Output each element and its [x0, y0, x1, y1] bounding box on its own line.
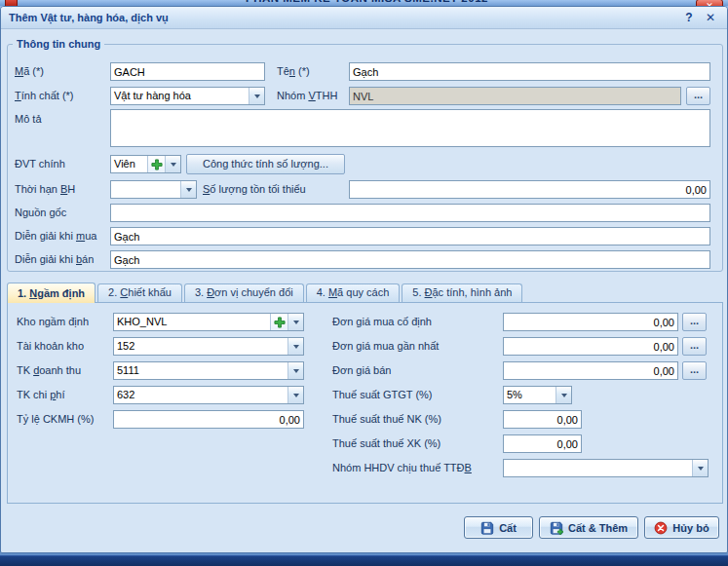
- thue-gtgt-label: Thuế suất GTGT (%): [332, 386, 433, 404]
- cancel-button[interactable]: Hủy bỏ: [644, 516, 719, 539]
- kho-ngam-dinh-value: KHO_NVL: [114, 314, 270, 330]
- thue-nk-input[interactable]: [503, 410, 582, 429]
- kho-ngam-dinh-dropdown-button[interactable]: [287, 314, 303, 330]
- thoi-han-bh-label: Thời hạn BH: [15, 180, 75, 199]
- tai-khoan-kho-label: Tài khoản kho: [17, 337, 84, 356]
- dialog-them-vat-tu: Thêm Vật tư, hàng hóa, dịch vụ ? ✕ Thông…: [0, 6, 728, 553]
- thue-gtgt-dropdown-button[interactable]: [556, 387, 571, 403]
- tk-chi-phi-dropdown-button[interactable]: [287, 387, 303, 403]
- tinh-chat-combo[interactable]: Vật tư hàng hóa: [110, 87, 265, 105]
- cancel-button-label: Hủy bỏ: [672, 522, 709, 534]
- mo-ta-label: Mô tả: [15, 110, 42, 129]
- tab-don-vi-chuyen-doi[interactable]: 3. Đơn vị chuyển đổi: [184, 283, 304, 302]
- nguon-goc-label: Nguồn gốc: [15, 204, 66, 222]
- formula-button[interactable]: Công thức tính số lượng...: [186, 154, 345, 174]
- ty-le-ckmh-input[interactable]: [113, 410, 304, 429]
- don-gia-ban-browse-button[interactable]: ...: [682, 361, 707, 380]
- close-button[interactable]: ✕: [702, 10, 719, 25]
- tinh-chat-dropdown-button[interactable]: [249, 88, 264, 104]
- ten-label: Tên (*): [277, 62, 310, 81]
- tab-ma-quy-cach[interactable]: 4. Mã quy cách: [306, 283, 401, 302]
- tk-chi-phi-combo[interactable]: 632: [113, 386, 304, 404]
- dvt-chinh-value: Viên: [111, 156, 147, 172]
- plus-icon: [151, 159, 163, 170]
- nhom-vthh-browse-button[interactable]: ...: [686, 87, 710, 105]
- mo-ta-textarea[interactable]: [110, 109, 710, 147]
- ma-label: Mã (*): [15, 62, 44, 81]
- ty-le-ckmh-label: Tỷ lệ CKMH (%): [17, 410, 94, 429]
- nhom-hhdv-ttdb-value: [504, 460, 692, 476]
- don-gia-mua-gan-nhat-label: Đơn giá mua gần nhất: [332, 337, 439, 356]
- nhom-hhdv-ttdb-dropdown-button[interactable]: [692, 460, 708, 476]
- nhom-vthh-label: Nhóm VTHH: [277, 87, 337, 105]
- save-button-label: Cất: [499, 522, 517, 534]
- chevron-down-icon: [293, 369, 299, 373]
- tai-khoan-kho-combo[interactable]: 152: [113, 337, 304, 356]
- chevron-down-icon: [698, 467, 704, 471]
- save-and-add-button[interactable]: Cất & Thêm: [539, 516, 638, 539]
- tk-doanh-thu-label: TK doanh thu: [17, 361, 81, 380]
- chevron-down-icon: [293, 394, 299, 397]
- thue-gtgt-value: 5%: [504, 387, 556, 403]
- dvt-chinh-dropdown-button[interactable]: [165, 156, 180, 172]
- chevron-down-icon: [293, 345, 299, 349]
- nhom-hhdv-ttdb-label: Nhóm HHDV chịu thuế TTĐB: [332, 459, 472, 477]
- tai-khoan-kho-dropdown-button[interactable]: [287, 338, 303, 355]
- chevron-down-icon: [171, 163, 176, 167]
- don-gia-mua-co-dinh-browse-button[interactable]: ...: [682, 313, 707, 331]
- thoi-han-bh-value: [111, 181, 180, 198]
- cancel-icon: [654, 521, 668, 535]
- save-and-add-button-label: Cất & Thêm: [568, 522, 628, 534]
- screen: PHẦN MỀM KẾ TOÁN MISA SME.NET 2012 ✕ Thê…: [0, 0, 728, 566]
- don-gia-ban-label: Đơn giá bán: [332, 361, 391, 380]
- thoi-han-bh-combo[interactable]: [110, 180, 197, 199]
- chevron-down-icon: [186, 188, 192, 192]
- thue-xk-input[interactable]: [503, 434, 582, 453]
- don-gia-mua-gan-nhat-input[interactable]: [503, 337, 678, 356]
- dialog-title: Thêm Vật tư, hàng hóa, dịch vụ: [9, 12, 676, 23]
- thue-nk-label: Thuế suất thuế NK (%): [332, 410, 441, 429]
- dialog-titlebar: Thêm Vật tư, hàng hóa, dịch vụ ? ✕: [1, 7, 727, 29]
- tai-khoan-kho-value: 152: [114, 338, 287, 355]
- dien-giai-ban-input[interactable]: [110, 250, 710, 269]
- dien-giai-ban-label: Diễn giải khi bán: [15, 250, 94, 269]
- don-gia-mua-co-dinh-label: Đơn giá mua cố định: [332, 313, 432, 331]
- tk-doanh-thu-dropdown-button[interactable]: [287, 362, 303, 379]
- parent-window-title-clipped: PHẦN MỀM KẾ TOÁN MISA SME.NET 2012: [246, 0, 488, 4]
- dvt-chinh-combo[interactable]: Viên: [110, 155, 181, 173]
- nguon-goc-input[interactable]: [110, 204, 710, 222]
- ton-toi-thieu-input[interactable]: [349, 180, 710, 199]
- add-warehouse-button[interactable]: [270, 314, 287, 330]
- ma-input[interactable]: [110, 62, 265, 81]
- chevron-down-icon: [293, 321, 299, 324]
- dvt-chinh-label: ĐVT chính: [15, 155, 65, 173]
- kho-ngam-dinh-combo[interactable]: KHO_NVL: [113, 313, 304, 331]
- nhom-hhdv-ttdb-combo[interactable]: [503, 459, 709, 477]
- save-add-icon: [550, 521, 563, 535]
- plus-icon: [274, 317, 286, 328]
- thoi-han-bh-dropdown-button[interactable]: [180, 181, 196, 198]
- tk-chi-phi-value: 632: [114, 387, 287, 403]
- save-button[interactable]: Cất: [464, 516, 533, 539]
- save-icon: [480, 521, 494, 535]
- tk-doanh-thu-combo[interactable]: 5111: [113, 361, 304, 380]
- ten-input[interactable]: [349, 62, 710, 81]
- thue-xk-label: Thuế suất thuế XK (%): [332, 434, 441, 453]
- group-legend: Thông tin chung: [13, 37, 104, 51]
- tk-chi-phi-label: TK chi phí: [17, 386, 65, 404]
- tabstrip: 1. Ngầm định 2. Chiết khấu 3. Đơn vị chu…: [7, 283, 524, 303]
- tab-ngam-dinh[interactable]: 1. Ngầm định: [7, 283, 96, 303]
- tinh-chat-value: Vật tư hàng hóa: [111, 88, 249, 104]
- don-gia-ban-input[interactable]: [503, 361, 678, 380]
- add-unit-button[interactable]: [147, 156, 165, 172]
- chevron-down-icon: [561, 394, 567, 397]
- don-gia-mua-gan-nhat-browse-button[interactable]: ...: [682, 337, 707, 356]
- tab-chiet-khau[interactable]: 2. Chiết khấu: [97, 283, 182, 302]
- tab-dac-tinh-hinh-anh[interactable]: 5. Đặc tính, hình ảnh: [402, 283, 522, 302]
- dien-giai-mua-input[interactable]: [110, 227, 710, 245]
- don-gia-mua-co-dinh-input[interactable]: [503, 313, 678, 331]
- help-button[interactable]: ?: [680, 10, 698, 25]
- tk-doanh-thu-value: 5111: [114, 362, 287, 379]
- dien-giai-mua-label: Diễn giải khi mua: [15, 227, 96, 245]
- thue-gtgt-combo[interactable]: 5%: [503, 386, 572, 404]
